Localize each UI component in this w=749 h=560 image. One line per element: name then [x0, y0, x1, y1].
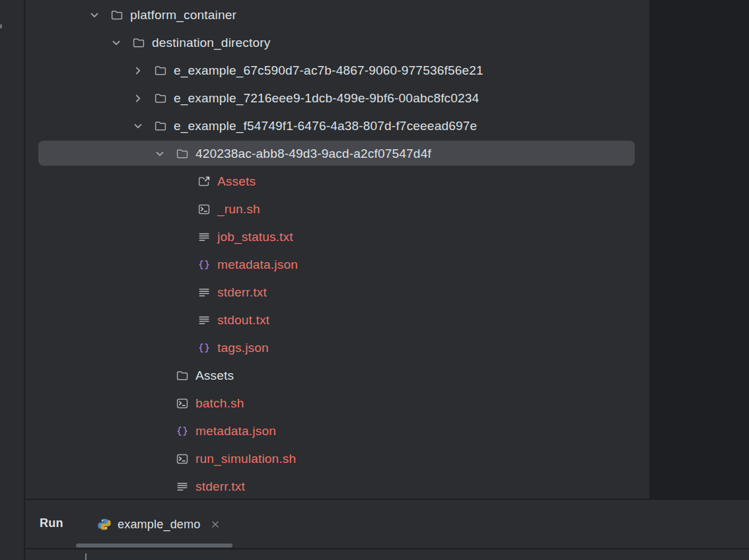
tree-item-label: metadata.json [196, 424, 276, 438]
python-icon [98, 518, 111, 531]
tree-item[interactable]: job_status.txt [25, 223, 649, 251]
run-tab-label: example_demo [118, 518, 200, 532]
tool-window-stripe [0, 0, 24, 560]
folder-icon [176, 147, 189, 160]
text-icon [197, 314, 211, 327]
run-tab-example-demo[interactable]: example_demo [98, 511, 221, 538]
chevron-spacer [174, 341, 197, 355]
close-icon[interactable] [209, 518, 221, 530]
tree-item[interactable]: e_example_f54749f1-6476-4a38-807d-f7ceee… [25, 112, 649, 140]
chevron-spacer [152, 369, 176, 382]
folder-icon [154, 92, 167, 105]
tree-item[interactable]: Assets [25, 362, 649, 390]
project-tree: platform_containerdestination_directorye… [25, 1, 649, 499]
editor-background [649, 0, 749, 499]
chevron-spacer [174, 314, 197, 327]
tree-item-label: job_status.txt [217, 230, 293, 244]
tree-item[interactable]: Assets [25, 168, 649, 195]
tree-item[interactable]: batch.sh [25, 390, 649, 417]
tree-item-label: e_example_67c590d7-ac7b-4867-9060-977536… [174, 63, 483, 78]
tree-item[interactable]: run_simulation.sh [25, 445, 649, 473]
project-tree-panel: platform_containerdestination_directorye… [25, 0, 649, 499]
tree-item[interactable]: metadata.json [25, 251, 649, 279]
tree-item[interactable]: e_example_7216eee9-1dcb-499e-9bf6-00abc8… [25, 85, 649, 112]
tree-item[interactable]: stderr.txt [25, 279, 649, 306]
run-tool-window: Run example_demo [25, 500, 749, 560]
tree-item-label: platform_container [130, 8, 236, 22]
tree-item-label: metadata.json [217, 258, 298, 272]
tree-item[interactable]: e_example_67c590d7-ac7b-4867-9060-977536… [25, 57, 649, 85]
tree-item-label: stderr.txt [196, 479, 245, 494]
chevron-spacer [174, 175, 197, 188]
json-icon [197, 341, 211, 355]
run-panel-inner-divider [25, 548, 749, 549]
tree-item-label: e_example_7216eee9-1dcb-499e-9bf6-00abc8… [174, 91, 479, 106]
tree-item[interactable]: stderr.txt [25, 473, 649, 499]
json-icon [197, 258, 211, 271]
tree-item-label: run_simulation.sh [196, 452, 296, 466]
tree-item-label: stdout.txt [217, 313, 269, 328]
tree-item-label: Assets [217, 174, 256, 189]
text-icon [197, 230, 211, 244]
tree-item-label: 420238ac-abb8-49d3-9acd-a2cf07547d4f [196, 147, 431, 161]
chevron-down-icon[interactable] [152, 147, 176, 160]
chevron-right-icon[interactable] [130, 92, 154, 105]
tree-item-label: Assets [196, 368, 234, 383]
tree-item-label: tags.json [217, 341, 269, 355]
console-caret [85, 553, 87, 560]
tree-item[interactable]: _run.sh [25, 195, 649, 223]
chevron-spacer [174, 286, 197, 299]
folder-link-icon [197, 175, 211, 188]
tree-item[interactable]: stdout.txt [25, 306, 649, 334]
chevron-down-icon[interactable] [130, 120, 154, 133]
shell-icon [176, 452, 189, 466]
tree-item-label: batch.sh [196, 396, 244, 411]
chevron-spacer [152, 425, 176, 438]
tree-item[interactable]: metadata.json [25, 417, 649, 445]
scrollbar-thumb[interactable] [76, 543, 232, 547]
shell-icon [197, 203, 211, 216]
folder-icon [176, 369, 189, 382]
chevron-spacer [152, 480, 176, 493]
folder-icon [132, 36, 145, 50]
tree-item-label: destination_directory [152, 36, 271, 50]
folder-icon [154, 120, 167, 133]
chevron-spacer [174, 230, 197, 244]
chevron-spacer [152, 452, 176, 466]
json-icon [176, 425, 189, 438]
chevron-right-icon[interactable] [130, 64, 154, 77]
chevron-spacer [174, 203, 197, 216]
folder-icon [110, 9, 124, 22]
tree-item[interactable]: destination_directory [25, 29, 649, 57]
stripe-indicator [0, 24, 2, 28]
tree-item[interactable]: tags.json [25, 334, 649, 362]
tree-item[interactable]: platform_container [25, 1, 649, 29]
tree-item-label: stderr.txt [217, 285, 267, 300]
tree-item-label: _run.sh [217, 202, 260, 217]
chevron-spacer [152, 397, 176, 410]
tree-item-label: e_example_f54749f1-6476-4a38-807d-f7ceee… [174, 119, 477, 133]
chevron-down-icon[interactable] [108, 36, 132, 50]
shell-icon [176, 397, 189, 410]
chevron-spacer [174, 258, 197, 271]
chevron-down-icon[interactable] [87, 9, 110, 22]
text-icon [197, 286, 211, 299]
run-panel-title: Run [40, 516, 63, 530]
text-icon [176, 480, 189, 493]
tree-item[interactable]: 420238ac-abb8-49d3-9acd-a2cf07547d4f [25, 140, 649, 168]
folder-icon [154, 64, 167, 77]
